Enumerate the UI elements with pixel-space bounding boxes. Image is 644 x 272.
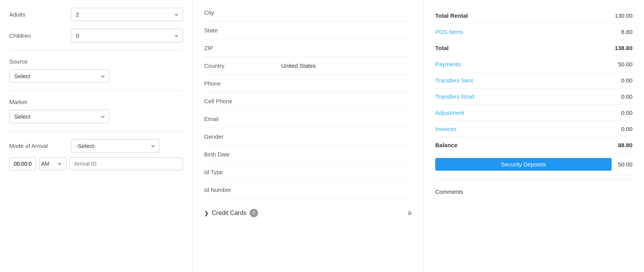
- city-label: City: [204, 9, 281, 16]
- balance-label: Balance: [435, 142, 618, 148]
- id-type-label: Id Type: [204, 169, 281, 175]
- email-label: Email: [204, 116, 281, 122]
- country-value: United States: [281, 62, 316, 69]
- phone-row: Phone: [204, 75, 412, 92]
- comments-row: Comments: [435, 182, 632, 201]
- total-label: Total: [435, 45, 615, 51]
- id-number-label: Id Number: [204, 186, 281, 193]
- balance-value: 88.80: [618, 142, 632, 148]
- transfers-rcvd-row: Transfers Rcvd 0.00: [435, 89, 632, 105]
- total-value: 138.80: [615, 45, 632, 51]
- transfers-sent-value: 0.00: [621, 77, 632, 84]
- city-row: City: [204, 4, 412, 22]
- balance-row: Balance 88.80: [435, 137, 632, 153]
- transfers-sent-label[interactable]: Transfers Sent: [435, 77, 621, 84]
- zip-label: ZIP: [204, 45, 281, 51]
- time-row: AM PM: [9, 157, 183, 170]
- cell-phone-row: Cell Phone: [204, 92, 412, 110]
- credit-cards-section[interactable]: ❯ Credit Cards 0 ≡: [204, 203, 412, 223]
- gender-row: Gender: [204, 128, 412, 146]
- adults-select[interactable]: 2 0134: [71, 8, 183, 21]
- pos-items-row: POS Items 8.80: [435, 24, 632, 40]
- invoices-row: Invoices 0.00: [435, 121, 632, 137]
- middle-panel: City State ZIP Country United States Pho…: [193, 0, 424, 272]
- total-row: Total 138.80: [435, 40, 632, 56]
- credit-cards-badge: 0: [250, 209, 258, 217]
- adjustment-row: Adjustment 0.00: [435, 105, 632, 121]
- source-select[interactable]: Select: [9, 69, 109, 83]
- adjustment-value: 0.00: [621, 109, 632, 116]
- right-panel: Total Rental 130.00 POS Items 8.80 Total…: [424, 0, 644, 272]
- phone-label: Phone: [204, 80, 281, 87]
- total-rental-row: Total Rental 130.00: [435, 8, 632, 24]
- transfers-rcvd-label[interactable]: Transfers Rcvd: [435, 93, 621, 100]
- security-deposits-value: 50.00: [618, 161, 632, 168]
- security-deposits-row: Security Deposits 50.00: [435, 153, 632, 176]
- left-panel: Adults 2 0134 Children 0 123 Source Sele…: [0, 0, 193, 272]
- pos-items-value: 8.80: [621, 29, 632, 35]
- adults-row: Adults 2 0134: [9, 8, 183, 21]
- market-select[interactable]: Select: [9, 110, 109, 123]
- country-label: Country: [204, 62, 281, 69]
- source-label: Source: [9, 58, 183, 65]
- state-label: State: [204, 27, 281, 34]
- payments-row: Payments 50.00: [435, 56, 632, 72]
- divider-3: [9, 131, 183, 131]
- birth-date-label: Birth Date: [204, 151, 281, 158]
- chevron-right-icon: ❯: [204, 210, 209, 216]
- adjustment-label[interactable]: Adjustment: [435, 109, 621, 116]
- pos-items-label[interactable]: POS Items: [435, 29, 621, 35]
- zip-row: ZIP: [204, 39, 412, 57]
- market-label: Market: [9, 99, 183, 105]
- divider-right: [435, 179, 632, 179]
- time-input[interactable]: [9, 157, 36, 170]
- ampm-select[interactable]: AM PM: [39, 157, 66, 170]
- payments-value: 50.00: [618, 61, 632, 67]
- security-deposits-button[interactable]: Security Deposits: [435, 158, 612, 171]
- children-control: 0 123: [71, 29, 183, 42]
- children-label: Children: [9, 32, 71, 39]
- children-select[interactable]: 0 123: [71, 29, 183, 42]
- payments-label[interactable]: Payments: [435, 61, 618, 67]
- mode-of-arrival-row: Mode of Arrival -Select-: [9, 139, 183, 153]
- transfers-sent-row: Transfers Sent 0.00: [435, 72, 632, 89]
- adults-control: 2 0134: [71, 8, 183, 21]
- children-row: Children 0 123: [9, 29, 183, 42]
- menu-icon[interactable]: ≡: [408, 209, 412, 217]
- transfers-rcvd-value: 0.00: [621, 93, 632, 100]
- email-row: Email: [204, 110, 412, 128]
- mode-of-arrival-select[interactable]: -Select-: [71, 139, 159, 153]
- divider-1: [9, 50, 183, 50]
- invoices-label[interactable]: Invoices: [435, 126, 621, 132]
- state-row: State: [204, 22, 412, 39]
- id-type-row: Id Type: [204, 163, 412, 181]
- country-row: Country United States: [204, 57, 412, 75]
- mode-of-arrival-label: Mode of Arrival: [9, 143, 71, 149]
- cell-phone-label: Cell Phone: [204, 98, 281, 104]
- total-rental-value: 130.00: [615, 12, 632, 19]
- invoices-value: 0.00: [621, 126, 632, 132]
- total-rental-label: Total Rental: [435, 12, 615, 19]
- adults-label: Adults: [9, 11, 71, 18]
- gender-label: Gender: [204, 133, 281, 140]
- credit-cards-label: Credit Cards: [212, 210, 247, 217]
- id-number-row: Id Number: [204, 181, 412, 199]
- divider-2: [9, 91, 183, 91]
- arrival-id-input[interactable]: [69, 157, 183, 170]
- birth-date-row: Birth Date: [204, 146, 412, 163]
- comments-label: Comments: [435, 188, 463, 195]
